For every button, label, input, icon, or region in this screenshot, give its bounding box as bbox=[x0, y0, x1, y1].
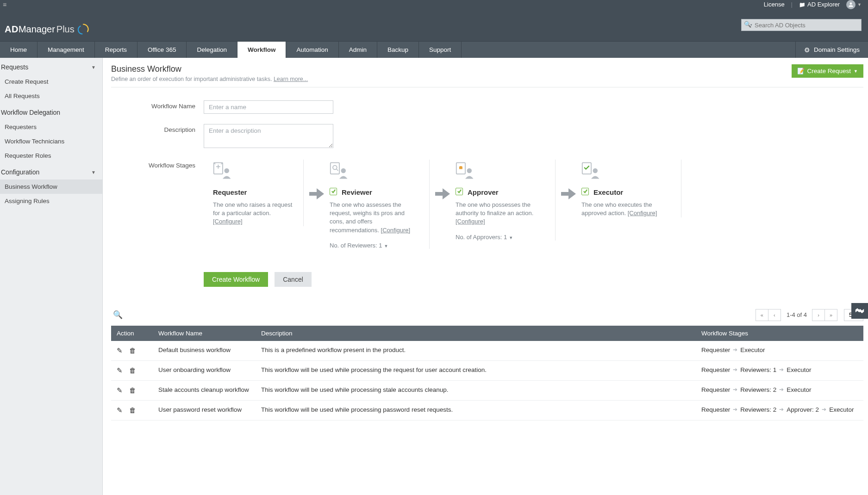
stage-description: The one who assesses the request, weighs… bbox=[330, 201, 420, 235]
chevron-down-icon: ▼ bbox=[91, 170, 96, 175]
stage-chain-item: Reviewers: 2 bbox=[740, 386, 776, 393]
hamburger-icon[interactable]: ≡ bbox=[0, 1, 9, 8]
stage-title: Executor bbox=[593, 188, 623, 196]
edit-icon[interactable]: ✎ bbox=[117, 406, 123, 415]
svg-point-7 bbox=[341, 168, 346, 173]
row-stage-chain: Requester➔Reviewers: 1➔Executor bbox=[701, 366, 858, 373]
arrow-right-icon: ➔ bbox=[822, 406, 826, 413]
sidebar-item-assigning-rules[interactable]: Assigning Rules bbox=[0, 194, 102, 208]
search-input[interactable] bbox=[741, 19, 862, 31]
stage-chain-item: Approver: 2 bbox=[787, 406, 819, 413]
license-link[interactable]: License bbox=[764, 1, 785, 8]
edit-icon[interactable]: ✎ bbox=[117, 386, 123, 395]
domain-settings-label: Domain Settings bbox=[814, 46, 860, 53]
brand-swirl-icon bbox=[77, 23, 89, 35]
stage-icon bbox=[330, 160, 420, 180]
arrow-right-icon: ➔ bbox=[733, 386, 737, 393]
avatar-icon bbox=[846, 0, 856, 9]
search-ad-objects[interactable]: 🔍 ▾ bbox=[741, 19, 862, 31]
stage-checkbox[interactable] bbox=[581, 188, 589, 195]
row-stage-chain: Requester➔Executor bbox=[701, 346, 858, 353]
table-row: ✎🗑Stale accounts cleanup workflowThis wo… bbox=[111, 380, 863, 400]
ad-explorer-link[interactable]: AD Explorer bbox=[799, 1, 840, 8]
row-description: This is a predefined workflow present in… bbox=[256, 341, 696, 361]
cancel-button[interactable]: Cancel bbox=[275, 272, 312, 287]
handshake-icon bbox=[855, 306, 864, 316]
stage-count-dropdown[interactable]: No. of Approvers: 1▼ bbox=[456, 234, 546, 241]
stage-configure-link[interactable]: [Configure] bbox=[381, 227, 411, 234]
page-prev-button[interactable]: ‹ bbox=[768, 309, 781, 321]
stage-configure-link[interactable]: [Configure] bbox=[628, 210, 657, 217]
stage-checkbox[interactable] bbox=[330, 188, 337, 195]
nav-tab-backup[interactable]: Backup bbox=[377, 42, 419, 58]
sidebar-item-all-requests[interactable]: All Requests bbox=[0, 89, 102, 103]
row-description: This workflow will be used while process… bbox=[256, 360, 696, 380]
sidebar-item-create-request[interactable]: Create Request bbox=[0, 74, 102, 89]
delete-icon[interactable]: 🗑 bbox=[129, 366, 136, 375]
stage-checkbox[interactable] bbox=[456, 188, 463, 195]
create-request-button[interactable]: 📝 Create Request ▼ bbox=[792, 64, 863, 78]
edit-icon[interactable]: ✎ bbox=[117, 366, 123, 375]
page-last-button[interactable]: » bbox=[824, 309, 837, 321]
nav-tab-delegation[interactable]: Delegation bbox=[187, 42, 237, 58]
workflow-stages-label: Workflow Stages bbox=[144, 160, 204, 169]
sidebar-item-workflow-technicians[interactable]: Workflow Technicians bbox=[0, 134, 102, 148]
page-first-button[interactable]: « bbox=[756, 309, 768, 321]
brand-text-plus: Plus bbox=[56, 24, 75, 35]
nav-tab-automation[interactable]: Automation bbox=[286, 42, 338, 58]
workflow-name-input[interactable] bbox=[204, 100, 333, 114]
chevron-down-icon: ▼ bbox=[91, 65, 96, 70]
stage-configure-link[interactable]: [Configure] bbox=[213, 218, 243, 225]
nav-tab-home[interactable]: Home bbox=[0, 42, 37, 58]
stage-count-dropdown[interactable]: No. of Reviewers: 1▼ bbox=[330, 242, 420, 249]
gear-icon: ⚙ bbox=[804, 46, 810, 54]
brand-text-ad: AD bbox=[5, 24, 19, 35]
nav-tab-admin[interactable]: Admin bbox=[339, 42, 377, 58]
nav-tab-support[interactable]: Support bbox=[419, 42, 462, 58]
delete-icon[interactable]: 🗑 bbox=[129, 346, 136, 355]
create-workflow-button[interactable]: Create Workflow bbox=[204, 272, 268, 287]
sidebar-section-workflow-delegation[interactable]: Workflow Delegation bbox=[0, 103, 102, 120]
sidebar-item-business-workflow[interactable]: Business Workflow bbox=[0, 179, 102, 194]
sidebar-item-requester-roles[interactable]: Requester Roles bbox=[0, 148, 102, 163]
search-dropdown-caret[interactable]: ▾ bbox=[750, 23, 752, 27]
page-subtitle-text: Define an order of execution for importa… bbox=[111, 76, 274, 82]
nav-tab-reports[interactable]: Reports bbox=[95, 42, 137, 58]
nav-tab-office-365[interactable]: Office 365 bbox=[137, 42, 187, 58]
arrow-right-icon: ➔ bbox=[733, 406, 737, 413]
edit-icon[interactable]: ✎ bbox=[117, 346, 123, 355]
domain-settings-button[interactable]: ⚙ Domain Settings bbox=[795, 42, 868, 58]
chevron-down-icon: ▼ bbox=[854, 69, 858, 74]
stage-chain-item: Executor bbox=[787, 386, 811, 393]
workflow-table: ActionWorkflow NameDescriptionWorkflow S… bbox=[111, 326, 863, 421]
stage-description: The one who possesses the authority to f… bbox=[456, 201, 546, 226]
nav-tab-management[interactable]: Management bbox=[37, 42, 95, 58]
support-chat-button[interactable] bbox=[851, 303, 868, 319]
arrow-right-icon: ➔ bbox=[779, 386, 784, 393]
sidebar-section-label: Configuration bbox=[1, 168, 39, 176]
chevron-down-icon: ▼ bbox=[384, 244, 388, 248]
page-next-button[interactable]: › bbox=[812, 309, 825, 321]
table-search-icon[interactable]: 🔍 bbox=[111, 310, 123, 320]
sidebar-section-label: Requests bbox=[1, 63, 28, 71]
sidebar-section-configuration[interactable]: Configuration▼ bbox=[0, 163, 102, 179]
nav-tab-workflow[interactable]: Workflow bbox=[237, 42, 287, 58]
sidebar-section-requests[interactable]: Requests▼ bbox=[0, 58, 102, 74]
delete-icon[interactable]: 🗑 bbox=[129, 386, 136, 395]
svg-point-3 bbox=[225, 168, 230, 173]
description-label: Description bbox=[144, 124, 204, 133]
page-subtitle: Define an order of execution for importa… bbox=[111, 76, 308, 82]
stage-card-reviewer: ReviewerThe one who assesses the request… bbox=[330, 160, 430, 249]
svg-line-6 bbox=[337, 169, 338, 171]
learn-more-link[interactable]: Learn more... bbox=[274, 76, 308, 82]
row-workflow-name: Stale accounts cleanup workflow bbox=[153, 380, 256, 400]
delete-icon[interactable]: 🗑 bbox=[129, 406, 136, 415]
stage-chain-item: Executor bbox=[787, 366, 811, 373]
user-menu[interactable]: ▼ bbox=[846, 0, 862, 9]
row-stage-chain: Requester➔Reviewers: 2➔Approver: 2➔Execu… bbox=[701, 406, 858, 413]
description-input[interactable] bbox=[204, 124, 333, 148]
stage-arrow-icon bbox=[556, 160, 581, 201]
sidebar-item-requesters[interactable]: Requesters bbox=[0, 120, 102, 134]
arrow-right-icon: ➔ bbox=[779, 366, 784, 373]
stage-configure-link[interactable]: [Configure] bbox=[456, 218, 485, 225]
